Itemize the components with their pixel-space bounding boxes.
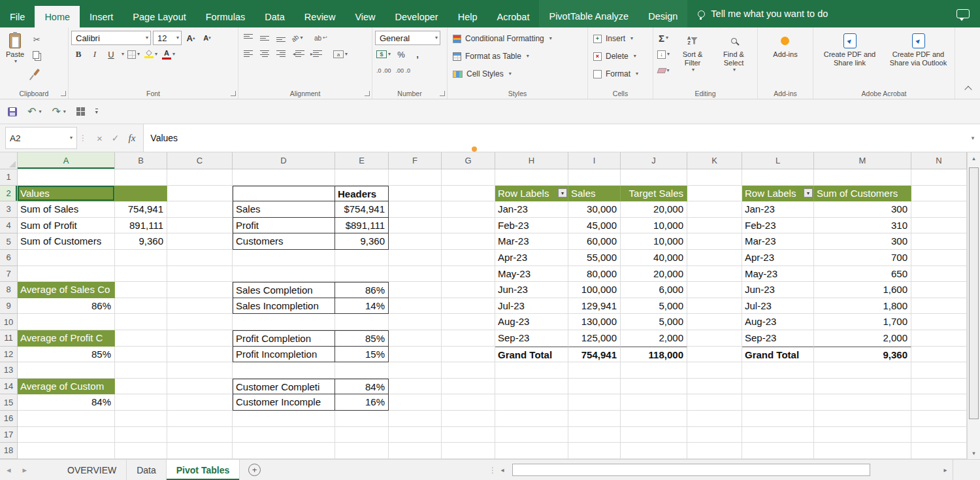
paste-button[interactable]: Paste ▾ — [3, 31, 27, 87]
column-header-H[interactable]: H — [495, 152, 568, 169]
cell-D4[interactable]: Profit — [233, 218, 335, 234]
cell-B1[interactable] — [115, 169, 167, 186]
enter-icon[interactable]: ✓ — [112, 133, 120, 143]
cell-N3[interactable] — [911, 201, 967, 218]
cell-B4[interactable]: 891,111 — [115, 218, 167, 234]
cell-L14[interactable] — [742, 379, 814, 395]
cell-styles-button[interactable]: Cell Styles ▾ — [450, 66, 555, 82]
cell-H13[interactable] — [495, 362, 568, 379]
cell-I2[interactable]: Sales — [568, 186, 621, 202]
cell-N18[interactable] — [911, 443, 967, 459]
cell-D5[interactable]: Customers — [233, 233, 335, 250]
cell-J8[interactable]: 6,000 — [621, 282, 687, 298]
tab-scrollbar-splitter[interactable]: ⋮ — [489, 460, 497, 480]
dialog-launcher-icon[interactable] — [61, 91, 66, 96]
cell-J17[interactable] — [621, 427, 687, 443]
cell-C5[interactable] — [167, 233, 233, 250]
cell-B10[interactable] — [115, 314, 167, 330]
cell-K9[interactable] — [687, 298, 742, 315]
cell-F7[interactable] — [389, 266, 442, 283]
cell-K18[interactable] — [687, 443, 742, 459]
cell-D3[interactable]: Sales — [233, 201, 335, 218]
cell-F15[interactable] — [389, 394, 442, 411]
cell-G12[interactable] — [442, 347, 495, 363]
cell-I1[interactable] — [568, 169, 621, 186]
row-header-17[interactable]: 17 — [0, 427, 18, 443]
cell-H3[interactable]: Jan-23 — [495, 201, 568, 218]
cell-C4[interactable] — [167, 218, 233, 234]
cell-D13[interactable] — [233, 362, 335, 379]
cell-A15[interactable]: 84% — [18, 394, 115, 411]
cell-M9[interactable]: 1,800 — [814, 298, 911, 315]
cell-J2[interactable]: Target Sales — [621, 186, 687, 202]
cell-J7[interactable]: 20,000 — [621, 266, 687, 283]
cell-K13[interactable] — [687, 362, 742, 379]
decrease-indent-button[interactable]: ◂ — [290, 47, 306, 61]
cell-E9[interactable]: 14% — [335, 298, 389, 315]
cell-F8[interactable] — [389, 282, 442, 298]
format-painter-button[interactable] — [29, 65, 44, 79]
cell-C3[interactable] — [167, 201, 233, 218]
row-header-18[interactable]: 18 — [0, 443, 18, 459]
dialog-launcher-icon[interactable] — [365, 91, 370, 96]
cell-E3[interactable]: $754,941 — [335, 201, 389, 218]
row-header-7[interactable]: 7 — [0, 266, 18, 283]
cell-G16[interactable] — [442, 411, 495, 427]
cell-N11[interactable] — [911, 330, 967, 347]
cell-G6[interactable] — [442, 250, 495, 266]
vertical-scrollbar-thumb[interactable] — [969, 167, 979, 419]
cell-C2[interactable] — [167, 186, 233, 202]
cell-B12[interactable] — [115, 347, 167, 363]
cell-C17[interactable] — [167, 427, 233, 443]
cell-E8[interactable]: 86% — [335, 282, 389, 298]
font-size-combo[interactable]: 12 ▾ — [153, 31, 182, 45]
cell-M11[interactable]: 2,000 — [814, 330, 911, 347]
scroll-up-icon[interactable]: ▴ — [968, 152, 980, 164]
next-sheet-icon[interactable]: ▸ — [23, 465, 27, 475]
cell-K12[interactable] — [687, 347, 742, 363]
cell-L3[interactable]: Jan-23 — [742, 201, 814, 218]
cell-H8[interactable]: Jun-23 — [495, 282, 568, 298]
cell-M14[interactable] — [814, 379, 911, 395]
underline-button[interactable]: U — [104, 47, 118, 61]
cell-K14[interactable] — [687, 379, 742, 395]
ribbon-tab-acrobat[interactable]: Acrobat — [487, 6, 539, 27]
column-header-I[interactable]: I — [568, 152, 621, 169]
row-header-8[interactable]: 8 — [0, 282, 18, 298]
cell-J11[interactable]: 2,000 — [621, 330, 687, 347]
cell-B18[interactable] — [115, 443, 167, 459]
cell-I10[interactable]: 130,000 — [568, 314, 621, 330]
cell-D9[interactable]: Sales Incompletion — [233, 298, 335, 315]
cell-D6[interactable] — [233, 250, 335, 266]
cell-L1[interactable] — [742, 169, 814, 186]
cell-M12[interactable]: 9,360 — [814, 347, 911, 363]
cell-I18[interactable] — [568, 443, 621, 459]
font-name-combo[interactable]: Calibri ▾ — [71, 31, 151, 45]
cell-D17[interactable] — [233, 427, 335, 443]
cell-A11[interactable]: Average of Profit C — [18, 330, 115, 347]
cell-K15[interactable] — [687, 394, 742, 411]
ribbon-tab-pivottable-analyze[interactable]: PivotTable Analyze — [539, 0, 638, 27]
column-header-G[interactable]: G — [442, 152, 495, 169]
autosum-button[interactable]: Σ▾ — [656, 31, 671, 45]
row-header-12[interactable]: 12 — [0, 347, 18, 363]
cell-N17[interactable] — [911, 427, 967, 443]
comma-style-button[interactable]: , — [410, 47, 425, 61]
ribbon-tab-data[interactable]: Data — [255, 6, 295, 27]
cell-H7[interactable]: May-23 — [495, 266, 568, 283]
row-header-15[interactable]: 15 — [0, 394, 18, 411]
sort-filter-button[interactable]: AZ Sort & Filter ▾ — [673, 31, 712, 87]
cell-G18[interactable] — [442, 443, 495, 459]
cell-J13[interactable] — [621, 362, 687, 379]
cell-H14[interactable] — [495, 379, 568, 395]
cell-B5[interactable]: 9,360 — [115, 233, 167, 250]
cell-N7[interactable] — [911, 266, 967, 283]
cell-N5[interactable] — [911, 233, 967, 250]
cell-N6[interactable] — [911, 250, 967, 266]
save-button[interactable] — [8, 107, 17, 116]
customize-qat-button[interactable]: ▾ — [95, 109, 98, 115]
column-header-K[interactable]: K — [687, 152, 742, 169]
cell-C1[interactable] — [167, 169, 233, 186]
row-header-9[interactable]: 9 — [0, 298, 18, 315]
cell-I17[interactable] — [568, 427, 621, 443]
